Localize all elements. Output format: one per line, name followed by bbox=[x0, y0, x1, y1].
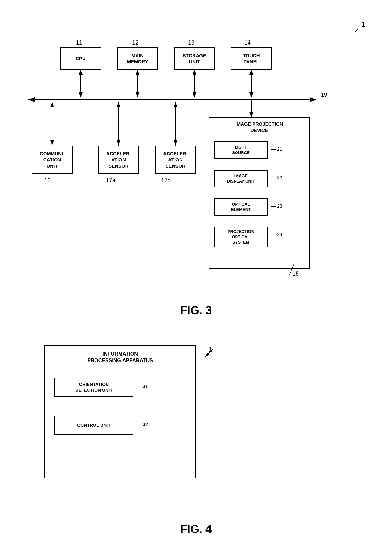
svg-line-13 bbox=[289, 264, 294, 275]
ref-11: 11 bbox=[76, 40, 82, 46]
ref-24: — 24 bbox=[271, 232, 282, 237]
image-proj-title: IMAGE PROJECTIONDEVICE bbox=[209, 121, 309, 133]
box-optical-element: OPTICALELEMENT bbox=[214, 198, 268, 216]
box-touch-panel: TOUCHPANEL bbox=[231, 47, 272, 70]
box-main-memory: MAINMEMORY bbox=[117, 47, 158, 70]
ref-12: 12 bbox=[132, 40, 138, 46]
box-accel-17a: ACCELER-ATIONSENSOR bbox=[98, 146, 139, 174]
fig3-diagram: 11 12 13 14 19 CPU MAINMEMORY STORAGEUNI… bbox=[13, 25, 379, 301]
ref-18-arrow bbox=[288, 263, 300, 278]
box-proj-optical: PROJECTIONOPTICALSYSTEM bbox=[214, 227, 268, 247]
box-cpu: CPU bbox=[60, 47, 101, 70]
svg-line-14 bbox=[205, 349, 213, 357]
ref-13: 13 bbox=[188, 40, 194, 46]
page: 1 ↙ bbox=[0, 0, 392, 560]
ref-23: — 23 bbox=[271, 203, 282, 208]
box-control-unit: CONTROL UNIT bbox=[54, 416, 133, 435]
ref-16: 16 bbox=[44, 177, 51, 184]
ref-17b: 17b bbox=[161, 177, 171, 184]
box-storage-unit: STORAGEUNIT bbox=[174, 47, 215, 70]
box-image-proj: IMAGE PROJECTIONDEVICE LIGHTSOURCE — 21 … bbox=[209, 117, 310, 269]
box-light-source: LIGHTSOURCE bbox=[214, 141, 268, 159]
ref-31: — 31 bbox=[137, 383, 148, 389]
ref-17a: 17a bbox=[106, 177, 115, 184]
box-orient-detect: ORIENTATIONDETECTION UNIT bbox=[54, 378, 133, 397]
fig3-label: FIG. 3 bbox=[13, 304, 379, 317]
box-accel-17b: ACCELER-ATIONSENSOR bbox=[155, 146, 196, 174]
ref-21: — 21 bbox=[271, 146, 282, 152]
fig4-label: FIG. 4 bbox=[13, 523, 379, 536]
box-info-proc: INFORMATIONPROCESSING APPARATUS ORIENTAT… bbox=[44, 345, 196, 478]
box-image-display: IMAGEDISPLAY UNIT bbox=[214, 170, 268, 187]
ref-22: — 22 bbox=[271, 175, 282, 180]
ref-1-fig4-arrow bbox=[202, 347, 215, 360]
box-comm-unit: COMMUNI-CATIONUNIT bbox=[32, 146, 73, 174]
fig4-diagram: 1 INFORMATIONPROCESSING APPARATUS ORIENT… bbox=[13, 336, 379, 520]
ref-32: — 32 bbox=[137, 421, 148, 427]
ref-19: 19 bbox=[321, 92, 327, 98]
ref-14: 14 bbox=[244, 40, 251, 46]
info-proc-title: INFORMATIONPROCESSING APPARATUS bbox=[45, 351, 195, 364]
